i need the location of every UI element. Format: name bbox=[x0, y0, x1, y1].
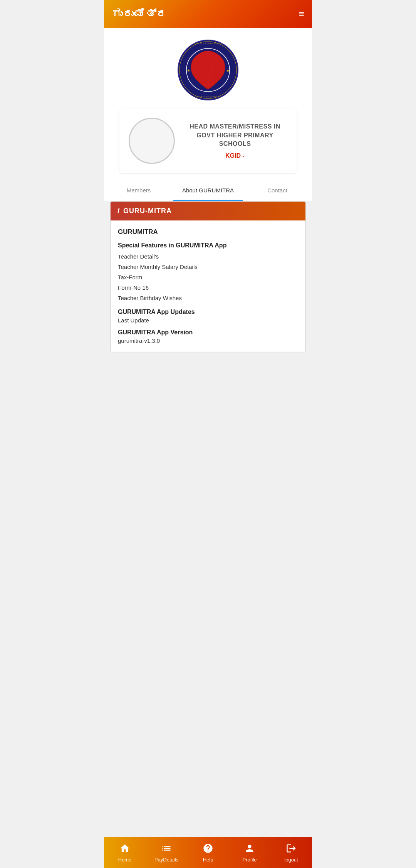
app-updates-label: GURUMITRA App Updates bbox=[118, 309, 298, 315]
tab-members[interactable]: Members bbox=[104, 181, 173, 201]
avatar bbox=[129, 118, 175, 164]
nav-paydetails-label: PayDetails bbox=[154, 857, 178, 863]
nav-home-label: Home bbox=[118, 857, 132, 863]
nav-paydetails[interactable]: PayDetails bbox=[146, 840, 187, 866]
top-white-section: ಸಾ‌ರ್ವಜನಿಕ ಶಾಲಾ ಶಿ‌ಕ್ಷ‌ಣ ಇಲಾಖೆ(ನಿ) ಬಳಗಾ‌… bbox=[104, 28, 312, 201]
app-version-label: GURUMITRA App Version bbox=[118, 329, 298, 336]
emblem-section: ಸಾ‌ರ್ವಜನಿಕ ಶಾಲಾ ಶಿ‌ಕ್ಷ‌ಣ ಇಲಾಖೆ(ನಿ) ಬಳಗಾ‌… bbox=[104, 28, 312, 108]
info-card: i GURU-MITRA GURUMITRA Special Features … bbox=[110, 201, 306, 352]
version-value: gurumitra-v1.3.0 bbox=[118, 337, 298, 344]
profile-info: HEAD MASTER/MISTRESS IN GOVT HIGHER PRIM… bbox=[183, 122, 287, 159]
profile-card: HEAD MASTER/MISTRESS IN GOVT HIGHER PRIM… bbox=[119, 108, 297, 173]
app-header: ಗುರುಮಿತ್ರ ≡ bbox=[104, 0, 312, 28]
section-name: GURUMITRA bbox=[118, 228, 298, 236]
feature-form-no16: Form-No 16 bbox=[118, 282, 298, 293]
svg-text:★: ★ bbox=[187, 68, 190, 73]
nav-home[interactable]: Home bbox=[104, 840, 146, 866]
profile-kgid: KGID - bbox=[183, 152, 287, 159]
feature-birthday-wishes: Teacher Birthday Wishes bbox=[118, 293, 298, 303]
svg-text:ಸಾ‌ರ್ವಜನಿಕ ಶಾಲಾ ಶಿ‌ಕ್ಷ‌ಣ: ಸಾ‌ರ್ವಜನಿಕ ಶಾಲಾ ಶಿ‌ಕ್ಷ‌ಣ bbox=[193, 42, 223, 45]
content-area: i GURU-MITRA GURUMITRA Special Features … bbox=[104, 201, 312, 359]
nav-help-label: Help bbox=[203, 857, 213, 863]
feature-tax-form: Tax-Form bbox=[118, 272, 298, 282]
paydetails-icon bbox=[161, 843, 172, 855]
info-card-title: GURU-MITRA bbox=[123, 207, 172, 215]
profile-role-title: HEAD MASTER/MISTRESS IN GOVT HIGHER PRIM… bbox=[183, 122, 287, 148]
profile-icon bbox=[244, 843, 255, 855]
bottom-navigation: Home PayDetails Help Profile bbox=[104, 837, 312, 868]
feature-salary-details: Teacher Monthly Salary Details bbox=[118, 262, 298, 272]
nav-profile-label: Profile bbox=[243, 857, 257, 863]
karnataka-emblem: ಸಾ‌ರ್ವಜನಿಕ ಶಾಲಾ ಶಿ‌ಕ್ಷ‌ಣ ಇಲಾಖೆ(ನಿ) ಬಳಗಾ‌… bbox=[177, 39, 239, 101]
tab-about-gurumitra[interactable]: About GURUMITRA bbox=[173, 181, 243, 201]
nav-help[interactable]: Help bbox=[187, 840, 229, 866]
svg-text:ಇಲಾಖೆ(ನಿ) ಬಳಗಾ‌ವಿ(ನ‌): ಇಲಾಖೆ(ನಿ) ಬಳಗಾ‌ವಿ(ನ‌) bbox=[195, 95, 221, 98]
nav-logout-label: logout bbox=[284, 857, 298, 863]
help-icon bbox=[203, 843, 213, 855]
nav-logout[interactable]: logout bbox=[270, 840, 312, 866]
tabs-container: Members About GURUMITRA Contact bbox=[104, 181, 312, 201]
app-logo: ಗುರುಮಿತ್ರ bbox=[112, 8, 168, 20]
profile-section: HEAD MASTER/MISTRESS IN GOVT HIGHER PRIM… bbox=[104, 108, 312, 181]
last-update-label: Last Update bbox=[118, 317, 298, 324]
logout-icon bbox=[286, 843, 297, 855]
svg-text:★: ★ bbox=[226, 68, 230, 73]
info-card-body: GURUMITRA Special Features in GURUMITRA … bbox=[111, 220, 305, 352]
tab-contact[interactable]: Contact bbox=[243, 181, 312, 201]
tabs-row: Members About GURUMITRA Contact bbox=[104, 181, 312, 201]
feature-teacher-details: Teacher Detail's bbox=[118, 251, 298, 262]
nav-profile[interactable]: Profile bbox=[229, 840, 270, 866]
hamburger-menu-icon[interactable]: ≡ bbox=[299, 9, 304, 19]
home-icon bbox=[119, 843, 130, 855]
info-card-header: i GURU-MITRA bbox=[111, 202, 305, 220]
info-icon: i bbox=[117, 207, 119, 215]
special-features-label: Special Features in GURUMITRA App bbox=[118, 242, 298, 249]
